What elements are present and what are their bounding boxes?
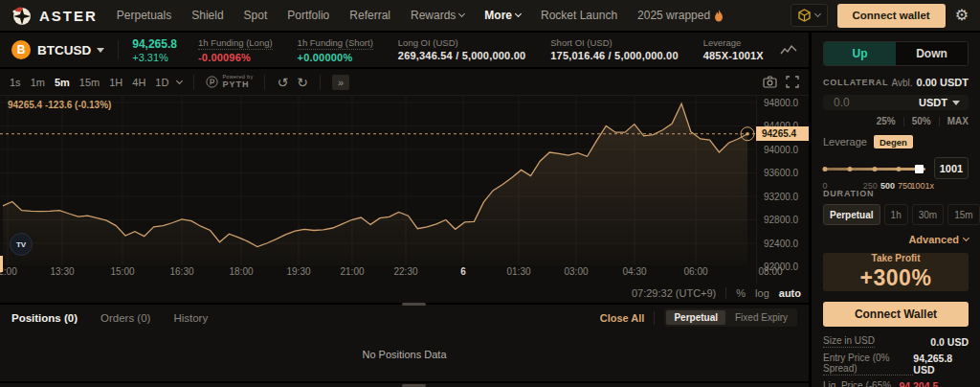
ticker-bar: B BTCUSD 94,265.8 +3.31% 1h Funding (Lon… bbox=[0, 33, 809, 67]
price-tick: 93600.0 bbox=[764, 168, 798, 178]
time-tick: 6 bbox=[460, 266, 466, 277]
direction-tabs: UpDown bbox=[823, 41, 969, 66]
percent-option-max[interactable]: MAX bbox=[947, 116, 969, 126]
duration-30m[interactable]: 30m bbox=[912, 204, 944, 225]
camera-icon[interactable] bbox=[763, 76, 777, 88]
take-profit-label: Take Profit bbox=[872, 253, 921, 263]
time-tick: 06:00 bbox=[683, 266, 707, 277]
nav-item-referral[interactable]: Referral bbox=[349, 9, 390, 22]
nav-right: Connect wallet ⚙ bbox=[791, 4, 969, 28]
nav-item-perpetuals[interactable]: Perpetuals bbox=[117, 9, 171, 22]
network-selector[interactable] bbox=[791, 4, 828, 27]
degen-badge: Degen bbox=[874, 135, 913, 148]
leverage-slider-row: 1001 bbox=[823, 157, 969, 179]
stat-label: Long OI (USD) bbox=[398, 37, 525, 48]
trading-app: ASTER PerpetualsShieldSpotPortfolioRefer… bbox=[0, 0, 980, 387]
chart-toggle-icon[interactable] bbox=[780, 43, 797, 57]
direction-tab-down[interactable]: Down bbox=[896, 42, 968, 65]
connect-wallet-button[interactable]: Connect Wallet bbox=[823, 302, 969, 327]
avbl-value: 0.00 USDT bbox=[917, 77, 969, 88]
duration-options: Perpetual1h30m15m5m bbox=[823, 204, 969, 225]
duration-15m[interactable]: 15m bbox=[947, 204, 979, 225]
nav-item-spot[interactable]: Spot bbox=[244, 9, 268, 22]
stat-value: 485X-1001X bbox=[703, 50, 764, 61]
undo-icon[interactable]: ↺ bbox=[277, 76, 288, 89]
nav-item-rocket-launch[interactable]: Rocket Launch bbox=[541, 9, 617, 22]
duration-perpetual[interactable]: Perpetual bbox=[823, 204, 880, 225]
direction-tab-up[interactable]: Up bbox=[824, 42, 896, 65]
close-all-button[interactable]: Close All bbox=[600, 312, 645, 324]
horizontal-scrollbar[interactable] bbox=[402, 303, 426, 306]
tab-orders-0-[interactable]: Orders (0) bbox=[100, 312, 150, 324]
nav-item-more[interactable]: More bbox=[484, 9, 521, 22]
percent-option-50[interactable]: 50% bbox=[912, 116, 931, 126]
chevron-down-icon bbox=[97, 48, 104, 53]
nav-item-portfolio[interactable]: Portfolio bbox=[287, 9, 329, 22]
chevron-down-icon bbox=[952, 101, 960, 105]
interval-4h[interactable]: 4H bbox=[132, 77, 145, 88]
time-tick: 03:00 bbox=[564, 266, 588, 277]
clock: 07:29:32 (UTC+9) bbox=[632, 287, 716, 299]
gear-icon[interactable]: ⚙ bbox=[955, 8, 969, 23]
fullscreen-icon[interactable] bbox=[786, 76, 799, 88]
price-chart[interactable] bbox=[0, 96, 756, 265]
advanced-toggle[interactable]: Advanced bbox=[823, 234, 969, 245]
amount-input[interactable] bbox=[832, 95, 908, 110]
tab-history[interactable]: History bbox=[173, 312, 208, 324]
log-scale-button[interactable]: log bbox=[755, 287, 769, 299]
percent-option-25[interactable]: 25% bbox=[877, 116, 896, 126]
stat-value: 269,346.54 / 5,000,000.00 bbox=[398, 50, 525, 61]
time-axis[interactable]: 2:0013:3015:0016:3018:0019:3021:0022:306… bbox=[0, 266, 809, 282]
slider-mark-0: 0 bbox=[823, 181, 828, 191]
mode-perpetual[interactable]: Perpetual bbox=[666, 310, 725, 325]
price-axis[interactable]: 94800.094400.094000.093600.093200.092800… bbox=[756, 96, 809, 284]
summary-value: 0.0 USD bbox=[930, 336, 969, 348]
available-balance: Avbl.0.00 USDT bbox=[892, 77, 969, 88]
time-tick: 13:30 bbox=[50, 266, 74, 277]
auto-scale-button[interactable]: auto bbox=[779, 287, 801, 299]
interval-1h[interactable]: 1H bbox=[109, 77, 122, 88]
contract-mode-tabs: PerpetualFixed Expiry bbox=[664, 308, 797, 327]
stat-label: Short OI (USD) bbox=[550, 37, 678, 48]
duration-label: DURATION bbox=[823, 189, 969, 198]
slider-handle[interactable] bbox=[915, 165, 924, 173]
tradingview-logo[interactable]: TV bbox=[10, 233, 33, 256]
aster-logo-icon bbox=[11, 5, 33, 26]
chart-body: 94265.4 -123.6 (-0.13%) TV 94800.094400.… bbox=[0, 96, 809, 302]
duration-1h[interactable]: 1h bbox=[884, 204, 908, 225]
connect-wallet-button[interactable]: Connect wallet bbox=[837, 4, 946, 28]
mode-fixed-expiry[interactable]: Fixed Expiry bbox=[727, 310, 795, 325]
interval-1d[interactable]: 1D bbox=[155, 77, 168, 88]
interval-1s[interactable]: 1s bbox=[10, 77, 21, 88]
interval-15m[interactable]: 15m bbox=[79, 77, 100, 88]
nav-menu: PerpetualsShieldSpotPortfolioReferralRew… bbox=[117, 9, 791, 22]
chart-svg bbox=[0, 96, 756, 265]
symbol-selector[interactable]: BTCUSD bbox=[37, 43, 104, 57]
stat-label: 1h Funding (Short) bbox=[298, 37, 373, 50]
percent-scale-button[interactable]: % bbox=[736, 287, 746, 299]
price-tick: 93200.0 bbox=[764, 192, 798, 202]
stat-label: 1h Funding (Long) bbox=[198, 37, 273, 50]
leverage-label: Leverage bbox=[823, 136, 867, 148]
avbl-label: Avbl. bbox=[892, 78, 913, 88]
aster-logo[interactable]: ASTER bbox=[11, 5, 98, 26]
leverage-slider[interactable] bbox=[823, 163, 925, 174]
ticker-stat: Short OI (USD)175,016.46 / 5,000,000.00 bbox=[550, 37, 678, 61]
ticker-stats: 1h Funding (Long)-0.00096%1h Funding (Sh… bbox=[198, 37, 780, 63]
toolbar-expand-button[interactable]: » bbox=[332, 75, 349, 90]
divider bbox=[320, 75, 321, 90]
divider bbox=[193, 75, 194, 90]
collateral-label: COLLATERAL bbox=[823, 78, 888, 87]
summary-label: Entry Price (0% Spread) bbox=[823, 353, 913, 376]
redo-icon[interactable]: ↻ bbox=[297, 76, 308, 89]
nav-item-rewards[interactable]: Rewards bbox=[411, 9, 464, 22]
nav-item-shield[interactable]: Shield bbox=[191, 9, 223, 22]
interval-5m[interactable]: 5m bbox=[55, 77, 70, 88]
nav-item-2025-wrapped[interactable]: 2025 wrapped bbox=[637, 9, 724, 22]
interval-more-icon[interactable] bbox=[176, 77, 183, 83]
interval-1m[interactable]: 1m bbox=[31, 77, 45, 88]
positions-header: Positions (0)Orders (0)History Close All… bbox=[0, 305, 809, 330]
asset-selector[interactable]: USDT bbox=[919, 97, 960, 108]
tab-positions-0-[interactable]: Positions (0) bbox=[11, 312, 78, 324]
chevron-down-icon bbox=[813, 11, 820, 17]
